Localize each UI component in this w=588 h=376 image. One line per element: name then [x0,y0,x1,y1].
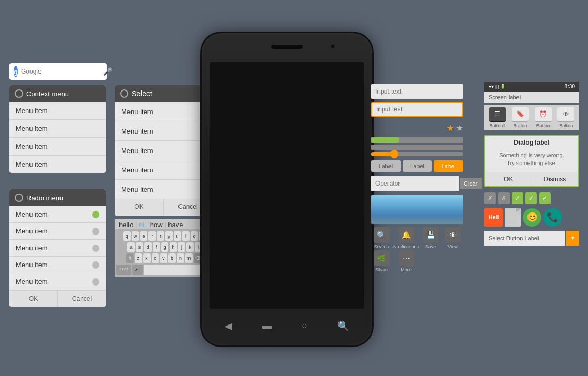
select-item-4[interactable]: Menu item ✓ [115,160,212,180]
key-u[interactable]: u [174,231,181,241]
nav-home-button[interactable]: ○ [302,320,307,331]
radio-item-4[interactable]: Menu item [9,257,106,273]
action-btn-2[interactable]: 🔖 Button [510,107,532,128]
key-k[interactable]: k [186,242,194,252]
radio-dot-3 [92,245,99,252]
key-v[interactable]: v [160,253,167,263]
avatar-icon-green: 😊 [523,208,541,227]
key-g[interactable]: g [161,242,168,252]
key-a[interactable]: a [127,242,135,252]
icon-save[interactable]: 💾 Save [420,227,441,249]
checkbox-3[interactable]: ✓ [512,192,523,204]
key-shift[interactable]: ⇑ [126,253,134,263]
context-menu-item-2[interactable]: Menu item [9,120,106,138]
suggestion-hi[interactable]: hi [139,221,144,229]
input-field-1[interactable] [371,84,463,99]
radio-item-1[interactable]: Menu item [9,206,106,223]
key-j[interactable]: j [178,242,185,252]
key-b[interactable]: b [168,253,176,263]
key-n[interactable]: n [177,253,184,263]
key-mic[interactable]: 🎤 [132,265,143,275]
key-h[interactable]: h [170,242,177,252]
context-menu-item-4[interactable]: Menu item [9,156,106,173]
phone-speaker [271,45,303,49]
key-e[interactable]: e [140,231,147,241]
key-s[interactable]: s [136,242,143,252]
dialog-dismiss-button[interactable]: Dismiss [532,172,579,186]
icon-share[interactable]: 🌿 Share [371,250,392,272]
radio-item-3[interactable]: Menu item [9,240,106,257]
radio-menu-footer: OK Cancel [9,290,106,307]
suggestion-hello[interactable]: hello [119,221,133,229]
select-item-5[interactable]: Menu item ✓ [115,180,212,199]
select-item-2[interactable]: Menu item ✓ [115,121,212,141]
input-field-2[interactable] [371,102,463,117]
icon-notifications[interactable]: 🔔 Notifications [393,227,419,249]
checkbox-5[interactable]: ✓ [539,192,551,204]
suggestion-how[interactable]: how [150,221,163,229]
key-i[interactable]: i [182,231,190,241]
select-item-1[interactable]: Menu item ✓ [115,102,212,121]
key-t[interactable]: t [157,231,164,241]
key-space[interactable] [144,265,203,275]
context-menu-item-3[interactable]: Menu item [9,138,106,156]
nav-menu-button[interactable]: ▬ [262,320,272,331]
context-menu-item-1[interactable]: Menu item [9,102,106,120]
checkbox-4[interactable]: ✓ [525,192,537,204]
save-icon-box: 💾 [423,227,438,243]
dropdown-arrow-icon[interactable]: ▼ [566,231,579,246]
action-btn-1[interactable]: ☰ Button1 [486,107,509,128]
nav-search-button[interactable]: 🔍 [337,320,349,332]
key-q[interactable]: q [123,231,131,241]
key-m[interactable]: m [185,253,193,263]
icon-view[interactable]: 👁 View [442,227,463,249]
radio-ok-button[interactable]: OK [9,291,58,307]
action-btn-3[interactable]: ⏰ Button [532,107,554,128]
dialog-ok-button[interactable]: OK [485,172,532,186]
select-item-3[interactable]: Menu item ✓ [115,141,212,160]
star-filled[interactable]: ★ [446,123,454,133]
select-dialog: Select Menu item ✓ Menu item ✓ Menu item… [115,85,212,216]
view-icon-box: 👁 [445,227,461,243]
context-menu-icon [15,89,23,98]
slider-track[interactable] [371,152,463,156]
operator-input[interactable] [371,176,459,191]
radio-item-5[interactable]: Menu item [9,273,106,290]
checkbox-1[interactable]: ✗ [484,192,496,204]
dropdown-box[interactable]: Select Button Label [484,231,565,246]
clear-button[interactable]: Clear [460,178,482,189]
mic-icon[interactable]: 🎤 [103,67,112,76]
key-d[interactable]: d [144,242,152,252]
radio-cancel-button[interactable]: Cancel [58,291,106,307]
radio-item-2[interactable]: Menu item [9,223,106,240]
dialog-body: Something is very wrong. Try something e… [485,149,578,172]
icon-more[interactable]: ⋯ More [393,250,419,272]
search-input[interactable] [21,68,100,75]
radio-menu: Radio menu Menu item Menu item Menu item… [9,189,106,307]
slider-thumb[interactable] [390,150,398,158]
suggestion-have[interactable]: have [168,221,183,229]
battery-icon: 🔋 [500,84,505,89]
key-x[interactable]: x [143,253,151,263]
notifications-icon-box: 🔔 [398,227,414,243]
label-btn-2[interactable]: Label [403,160,432,172]
radio-dot-4 [92,261,99,269]
key-num[interactable]: ?123 [116,265,131,275]
progress-fill-1 [371,137,399,143]
action-btn-4[interactable]: 👁 Button [555,107,577,128]
key-o[interactable]: o [191,231,198,241]
label-btn-1[interactable]: Label [371,160,401,172]
label-btn-3[interactable]: Label [434,160,463,172]
key-c[interactable]: c [152,253,159,263]
key-z[interactable]: z [135,253,142,263]
star-half[interactable]: ★ [456,123,463,133]
context-menu-header: Context menu [9,85,106,102]
nav-back-button[interactable]: ◀ [225,320,232,332]
key-r[interactable]: r [148,231,156,241]
key-y[interactable]: y [165,231,173,241]
icon-search[interactable]: 🔍 Search [371,227,392,249]
checkbox-2[interactable]: ✗ [498,192,510,204]
key-w[interactable]: w [132,231,139,241]
ok-button[interactable]: OK [115,199,164,215]
key-f[interactable]: f [153,242,160,252]
